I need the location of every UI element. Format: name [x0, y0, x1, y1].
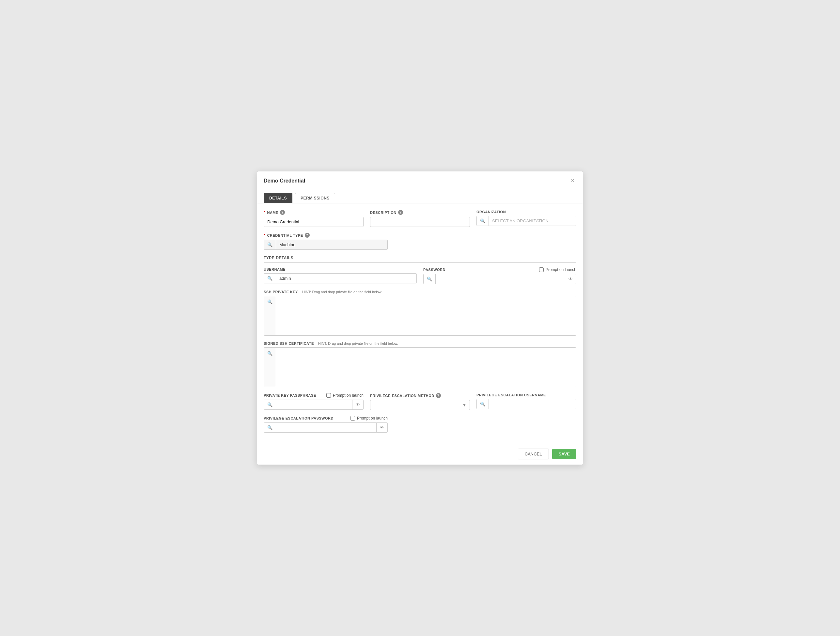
credential-type-search-btn[interactable]: 🔍 [264, 240, 276, 250]
password-search-btn[interactable]: 🔍 [423, 274, 436, 284]
cred-type-help-icon[interactable]: ? [305, 233, 310, 238]
password-group: PASSWORD Prompt on launch 🔍 👁 [423, 267, 576, 284]
organization-label: ORGANIZATION [477, 210, 576, 214]
cancel-button[interactable]: CANCEL [518, 449, 549, 459]
privilege-escalation-username-label: PRIVILEGE ESCALATION USERNAME [477, 393, 576, 397]
password-prompt-checkbox[interactable] [539, 267, 544, 272]
description-input[interactable] [370, 217, 470, 227]
password-input-container: 🔍 👁 [423, 274, 576, 284]
signed-ssh-cert-label: SIGNED SSH CERTIFICATE HINT: Drag and dr… [264, 342, 576, 345]
username-input-container: 🔍 [264, 273, 417, 283]
ssh-private-key-container: 🔍 [264, 296, 576, 335]
modal-header: Demo Credential × [257, 171, 583, 189]
modal-footer: CANCEL SAVE [512, 443, 583, 465]
name-required-star: * [264, 210, 266, 215]
name-help-icon[interactable]: ? [280, 210, 285, 215]
password-prompt-label[interactable]: Prompt on launch [539, 267, 576, 272]
privilege-escalation-username-group: PRIVILEGE ESCALATION USERNAME 🔍 [477, 393, 576, 410]
password-eye-btn[interactable]: 👁 [565, 274, 576, 284]
signed-ssh-cert-container: 🔍 [264, 347, 576, 387]
privilege-escalation-method-container: ▼ [370, 400, 470, 410]
row-credential-type: * CREDENTIAL TYPE ? 🔍 [264, 233, 576, 250]
password-label-row: PASSWORD Prompt on launch [423, 267, 576, 272]
organization-input[interactable] [489, 216, 576, 226]
privilege-escalation-username-input[interactable] [489, 399, 576, 409]
tab-details[interactable]: DETAILS [264, 193, 292, 203]
priv-esc-password-prompt-checkbox[interactable] [351, 416, 355, 421]
row-passphrase-escalation: PRIVATE KEY PASSPHRASE Prompt on launch … [264, 393, 576, 410]
name-input[interactable] [264, 217, 363, 227]
credential-type-label: * CREDENTIAL TYPE ? [264, 233, 388, 238]
tabs-container: DETAILS PERMISSIONS [257, 189, 583, 203]
close-button[interactable]: × [569, 177, 576, 185]
priv-esc-password-prompt-label[interactable]: Prompt on launch [351, 416, 388, 421]
privilege-escalation-username-container: 🔍 [477, 399, 576, 409]
description-group: DESCRIPTION ? [370, 210, 470, 227]
signed-ssh-cert-group: SIGNED SSH CERTIFICATE HINT: Drag and dr… [264, 342, 576, 387]
description-help-icon[interactable]: ? [398, 210, 403, 215]
priv-esc-password-input-container: 🔍 👁 [264, 422, 388, 433]
priv-esc-password-eye-btn[interactable]: 👁 [376, 423, 387, 432]
tab-permissions[interactable]: PERMISSIONS [295, 193, 335, 203]
passphrase-input[interactable] [276, 400, 352, 410]
name-label: * NAME ? [264, 210, 363, 215]
priv-esc-username-search-btn[interactable]: 🔍 [477, 399, 489, 409]
organization-group: ORGANIZATION 🔍 [477, 210, 576, 227]
row-priv-esc-password: PRIVILEGE ESCALATION PASSWORD Prompt on … [264, 416, 576, 433]
priv-esc-password-label-row: PRIVILEGE ESCALATION PASSWORD Prompt on … [264, 416, 388, 421]
ssh-private-key-group: SSH PRIVATE KEY HINT: Drag and drop priv… [264, 290, 576, 335]
password-label: PASSWORD [423, 268, 445, 272]
ssh-private-key-search-col: 🔍 [264, 296, 276, 335]
organization-input-container: 🔍 [477, 216, 576, 226]
priv-esc-password-input[interactable] [276, 423, 376, 432]
username-group: USERNAME 🔍 [264, 267, 417, 284]
username-label: USERNAME [264, 267, 417, 271]
username-search-btn[interactable]: 🔍 [264, 274, 276, 283]
name-group: * NAME ? [264, 210, 363, 227]
organization-search-btn[interactable]: 🔍 [477, 216, 489, 226]
passphrase-input-container: 🔍 👁 [264, 400, 363, 410]
modal-body: * NAME ? DESCRIPTION ? ORGANIZATION [257, 203, 583, 465]
privilege-escalation-method-label: PRIVILEGE ESCALATION METHOD ? [370, 393, 470, 398]
passphrase-label: PRIVATE KEY PASSPHRASE [264, 394, 316, 397]
credential-type-input[interactable] [276, 240, 387, 250]
signed-ssh-cert-search-btn[interactable]: 🔍 [267, 351, 273, 356]
signed-ssh-cert-textarea[interactable] [276, 348, 576, 387]
priv-esc-password-search-btn[interactable]: 🔍 [264, 423, 276, 432]
row-username-password: USERNAME 🔍 PASSWORD Prompt on launch [264, 267, 576, 284]
row-name-desc-org: * NAME ? DESCRIPTION ? ORGANIZATION [264, 210, 576, 227]
password-input[interactable] [436, 274, 565, 284]
privilege-escalation-method-group: PRIVILEGE ESCALATION METHOD ? ▼ [370, 393, 470, 410]
priv-esc-password-label: PRIVILEGE ESCALATION PASSWORD [264, 416, 333, 420]
type-details-section: TYPE DETAILS [264, 256, 576, 263]
save-button[interactable]: SAVE [552, 449, 576, 459]
privilege-escalation-method-select[interactable] [370, 400, 470, 410]
passphrase-search-btn[interactable]: 🔍 [264, 400, 276, 410]
modal-title: Demo Credential [264, 178, 305, 184]
credential-type-group: * CREDENTIAL TYPE ? 🔍 [264, 233, 388, 250]
username-input[interactable] [276, 274, 417, 283]
private-key-passphrase-group: PRIVATE KEY PASSPHRASE Prompt on launch … [264, 393, 363, 410]
privilege-escalation-password-group: PRIVILEGE ESCALATION PASSWORD Prompt on … [264, 416, 388, 433]
ssh-private-key-search-btn[interactable]: 🔍 [267, 299, 273, 304]
passphrase-prompt-label[interactable]: Prompt on launch [326, 393, 363, 398]
ssh-private-key-label: SSH PRIVATE KEY HINT: Drag and drop priv… [264, 290, 576, 294]
passphrase-prompt-checkbox[interactable] [326, 393, 331, 398]
credential-type-input-container: 🔍 [264, 240, 388, 250]
priv-esc-method-help-icon[interactable]: ? [436, 393, 441, 398]
ssh-private-key-textarea[interactable] [276, 296, 576, 335]
description-label: DESCRIPTION ? [370, 210, 470, 215]
passphrase-label-row: PRIVATE KEY PASSPHRASE Prompt on launch [264, 393, 363, 398]
credential-modal: Demo Credential × DETAILS PERMISSIONS * … [257, 171, 583, 465]
cred-type-required-star: * [264, 233, 266, 238]
signed-ssh-cert-search-col: 🔍 [264, 348, 276, 387]
passphrase-eye-btn[interactable]: 👁 [352, 400, 363, 410]
